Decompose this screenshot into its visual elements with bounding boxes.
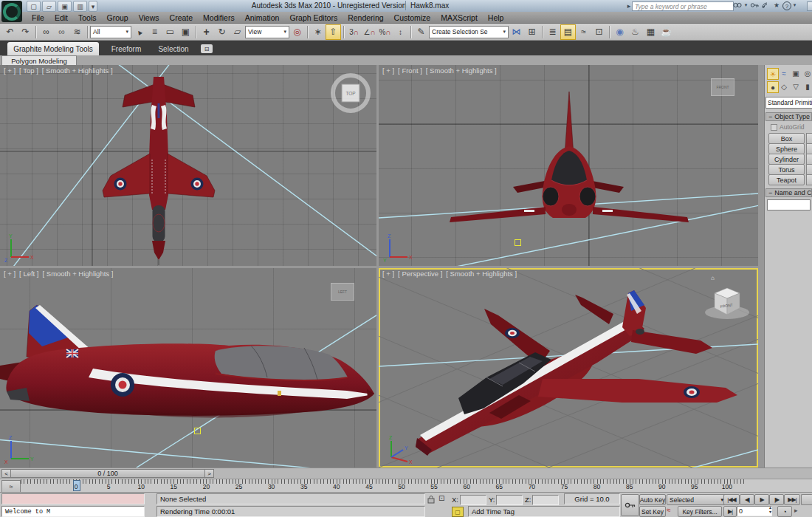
mini-curve-editor-icon[interactable]: ≈ (1, 480, 21, 493)
save-file-icon[interactable]: ▣ (58, 1, 72, 12)
viewport-menu-name[interactable]: [ Left ] (19, 270, 38, 278)
select-and-link-icon[interactable]: ∞ (38, 24, 54, 40)
primitive-button-partial[interactable] (806, 143, 812, 154)
add-time-tag[interactable]: Add Time Tag (468, 506, 620, 517)
panel-tab-polygon-modeling[interactable]: Polygon Modeling (1, 55, 77, 65)
menu-views[interactable]: Views (134, 13, 165, 22)
redo-icon[interactable]: ↷ (18, 24, 33, 40)
menu-help[interactable]: Help (483, 13, 509, 22)
name-color-rollout-header[interactable]: − Name and Color (765, 188, 812, 197)
tab-selection[interactable]: Selection (152, 42, 195, 55)
spinner-snap-icon[interactable]: ↕ (393, 24, 408, 40)
selection-lock-icon[interactable] (427, 495, 436, 505)
window-crossing-icon[interactable]: ▣ (178, 24, 193, 40)
set-keys-key-icon[interactable] (621, 494, 639, 516)
motion-tab-icon[interactable]: ◎ (802, 68, 812, 78)
viewport-label[interactable]: [ + ] [ Perspective ] [ Smooth + Highlig… (382, 270, 517, 278)
tab-graphite-modeling-tools[interactable]: Graphite Modeling Tools (7, 42, 99, 55)
viewcube[interactable]: TOP (330, 72, 371, 114)
open-file-icon[interactable]: ▱ (42, 1, 56, 12)
viewport-menu-plus[interactable]: [ + ] (4, 270, 16, 278)
cylinder-button[interactable]: Cylinder (768, 154, 805, 165)
use-pivot-point-center-icon[interactable]: ◎ (289, 24, 305, 40)
viewport-menu-plus[interactable]: [ + ] (382, 66, 394, 75)
spline-vertex-handle[interactable] (194, 428, 201, 434)
teapot-button[interactable]: Teapot (768, 174, 805, 185)
absolute-mode-icon[interactable]: ⊡ (438, 494, 444, 502)
communication-center-icon[interactable] (760, 1, 771, 10)
viewport-menu-name[interactable]: [ Perspective ] (398, 270, 442, 278)
search-icon[interactable] (732, 1, 743, 10)
primitive-button-partial[interactable] (806, 164, 812, 175)
primitive-category-dropdown[interactable]: Standard Primitives (765, 97, 812, 109)
named-selection-sets-dropdown[interactable]: Create Selection Se ▾ (429, 26, 509, 38)
menu-maxscript[interactable]: MAXScript (436, 13, 483, 22)
sphere-button[interactable]: Sphere (768, 143, 805, 154)
modify-tab-icon[interactable]: ≈ (779, 68, 789, 78)
menu-group[interactable]: Group (102, 13, 134, 22)
search-input[interactable]: Type a keyword or phrase (632, 1, 734, 11)
spinner-down-icon[interactable]: ▾ (769, 510, 776, 514)
object-name-field[interactable] (767, 199, 811, 210)
edit-named-selection-sets-icon[interactable]: ✎ (413, 24, 429, 40)
select-and-manipulate-icon[interactable]: ∗ (310, 24, 326, 40)
viewport-front[interactable]: [ + ] [ Front ] [ Smooth + Highlights ] … (379, 65, 758, 266)
primitive-button-partial[interactable] (806, 133, 812, 144)
viewport-label[interactable]: [ + ] [ Front ] [ Smooth + Highlights ] (382, 66, 497, 75)
render-production-icon[interactable]: ☕ (658, 24, 674, 40)
viewport-menu-plus[interactable]: [ + ] (4, 66, 16, 75)
torus-button[interactable]: Torus (768, 164, 805, 175)
render-setup-icon[interactable]: ♨ (627, 24, 643, 40)
next-frame-button[interactable]: |▶ (769, 494, 784, 505)
menu-modifiers[interactable]: Modifiers (198, 13, 240, 22)
new-key-default-in-tangent-icon[interactable]: ≈ (667, 506, 675, 516)
unlink-selection-icon[interactable]: ∞ (54, 24, 69, 40)
primitive-button-partial[interactable] (806, 154, 812, 165)
viewport-menu-shading[interactable]: [ Smooth + Highlights ] (42, 66, 113, 75)
bind-to-space-warp-icon[interactable]: ≋ (69, 24, 85, 40)
previous-frame-button[interactable]: ◀| (740, 494, 754, 505)
maxscript-mini-listener-output[interactable]: Welcome to M (1, 506, 145, 517)
keyboard-shortcut-override-icon[interactable]: ⇧ (326, 24, 341, 40)
lights-category-icon[interactable]: ▽ (791, 81, 801, 92)
mirror-icon[interactable]: ⋈ (509, 24, 524, 40)
maxscript-mini-listener-input[interactable] (1, 493, 145, 504)
help-icon[interactable]: ? (782, 1, 791, 10)
time-slider-thumb[interactable]: < 0 / 100 > (1, 469, 214, 478)
y-coordinate-field[interactable] (496, 495, 523, 505)
reference-coordinate-system-dropdown[interactable]: View ▾ (245, 26, 289, 38)
fetch-icon[interactable]: ▥ (73, 1, 87, 12)
layer-manager-icon[interactable]: ≣ (545, 24, 560, 40)
help-caret-icon[interactable]: ▾ (792, 1, 797, 10)
search-caret-icon[interactable]: ▾ (743, 1, 749, 10)
time-configuration-button[interactable]: ◔ (777, 506, 792, 517)
go-to-end-button[interactable]: ▶▶| (784, 494, 800, 505)
viewport-menu-shading[interactable]: [ Smooth + Highlights ] (426, 66, 497, 75)
primitive-button-partial[interactable] (806, 174, 812, 185)
menu-edit[interactable]: Edit (49, 13, 73, 22)
frame-spinner[interactable]: ▴ ▾ (769, 505, 776, 514)
select-by-name-icon[interactable]: ≡ (147, 24, 162, 40)
menu-file[interactable]: File (27, 13, 49, 22)
previous-frame-arrow[interactable]: < (1, 469, 11, 478)
viewport-label[interactable]: [ + ] [ Top ] [ Smooth + Highlights ] (4, 66, 113, 75)
time-tag-cube-icon[interactable]: ▢ (452, 507, 464, 517)
viewport-menu-shading[interactable]: [ Smooth + Highlights ] (446, 270, 517, 278)
undo-icon[interactable]: ↶ (2, 24, 18, 40)
autogrid-checkbox[interactable] (771, 124, 777, 131)
next-key-button[interactable]: ▶| (723, 506, 737, 517)
partial-button[interactable] (801, 494, 812, 505)
schematic-view-icon[interactable]: ⊡ (591, 24, 607, 40)
geometry-category-icon[interactable]: ● (767, 81, 779, 93)
select-and-rotate-icon[interactable]: ↻ (214, 24, 230, 40)
current-frame-field[interactable]: 0 (737, 506, 772, 516)
go-to-start-button[interactable]: |◀◀ (723, 494, 740, 505)
z-coordinate-field[interactable] (532, 495, 559, 505)
cameras-category-icon[interactable]: ▮ (802, 81, 812, 92)
snaps-toggle-3d-icon[interactable]: 3∩ (346, 24, 362, 40)
align-icon[interactable]: ⊞ (524, 24, 540, 40)
viewcube[interactable]: FRONT (711, 78, 734, 96)
menu-customize[interactable]: Customize (389, 13, 436, 22)
material-editor-icon[interactable]: ◉ (612, 24, 627, 40)
menu-graph-editors[interactable]: Graph Editors (284, 13, 343, 22)
